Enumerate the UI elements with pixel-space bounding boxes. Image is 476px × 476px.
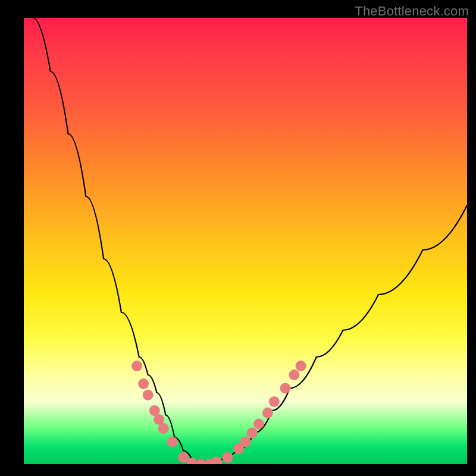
curve-marker (167, 437, 178, 447)
chart-stage: TheBottleneck.com (0, 0, 476, 476)
plot-area (24, 18, 467, 464)
curve-marker (247, 428, 258, 439)
curve-marker (223, 452, 233, 463)
curve-marker (280, 383, 291, 394)
watermark-text: TheBottleneck.com (355, 4, 469, 19)
chart-svg (24, 18, 467, 464)
curve-markers (131, 361, 306, 464)
curve-marker (262, 408, 273, 418)
curve-marker (240, 437, 251, 447)
curve-marker (296, 361, 306, 371)
curve-marker (143, 390, 154, 400)
curve-marker (211, 456, 222, 464)
curve-marker (131, 361, 142, 371)
curve-marker (158, 423, 169, 434)
curve-marker (253, 419, 264, 430)
curve-marker (289, 369, 299, 380)
curve-line (33, 18, 467, 464)
curve-marker (178, 452, 189, 463)
curve-marker (269, 396, 280, 407)
curve-marker (138, 378, 149, 389)
